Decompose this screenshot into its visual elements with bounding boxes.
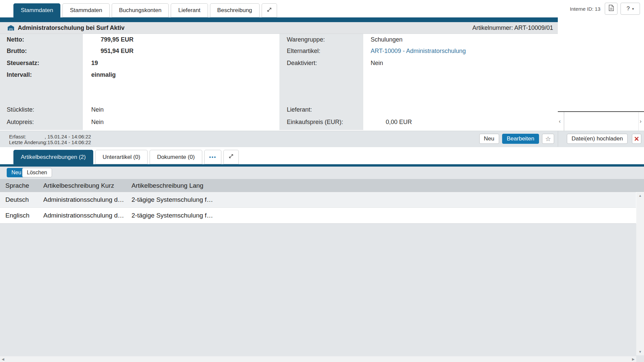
modified-value: , 15.01.24 - 14:06:22 [45,139,91,145]
field-label: Elternartikel: [287,48,320,55]
edit-button[interactable]: Bearbeiten [502,134,539,144]
field-value: Schulungen [371,36,402,43]
parent-article-link[interactable]: ART-10009 - Administratorschulung [371,48,466,55]
horizontal-scrollbar[interactable]: ◀ ▶ [0,356,636,362]
column-header-sprache[interactable]: Sprache [5,182,29,189]
tab-unterartikel[interactable]: Unterartikel (0) [95,150,148,164]
tab-stammdaten[interactable]: Stammdaten [62,3,109,17]
tab-lieferant[interactable]: Lieferant [171,3,208,17]
field-einkaufspreis: Einkaufspreis (EUR): 0,00 EUR [0,116,558,128]
ellipsis-icon: ••• [209,154,217,160]
field-elternartikel: Elternartikel: ART-10009 - Administrator… [0,45,558,57]
field-value: 0,00 EUR [371,119,412,126]
upload-files-button[interactable]: Datei(en) hochladen [567,134,628,144]
window-controls: Interne ID: 13 ? ▾ [570,3,640,15]
tab-dokumente[interactable]: Dokumente (0) [150,150,202,164]
field-deaktiviert: Deaktiviert: Nein [0,57,558,69]
expand-tabbar-button[interactable] [262,3,277,17]
field-value: Nein [371,60,383,67]
record-title: Administratorschulung bei Surf Aktiv [18,24,124,32]
interne-id-label: Interne ID: 13 [570,6,600,12]
table-empty-area [0,224,636,356]
detail-accent-bar [0,164,644,167]
footer-divider [558,131,558,147]
record-header: Administratorschulung bei Surf Aktiv Art… [0,22,558,34]
field-label: Lieferant: [287,106,312,113]
table-row[interactable]: Englisch Administrationsschulung d… 2-tä… [0,208,636,224]
tab-artikelbeschreibungen[interactable]: Artikelbeschreibungen (2) [13,150,93,164]
cell-kurz: Administrationsschulung d… [43,196,124,203]
created-value: , 15.01.24 - 14:06:22 [45,134,91,139]
chevron-left-icon[interactable]: ‹ [559,118,561,125]
field-intervall: Intervall: einmalig [0,69,279,81]
scroll-up-icon[interactable]: ▲ [639,194,642,197]
close-action: ✕ [632,134,641,144]
warehouse-icon [7,25,14,31]
scroll-down-icon[interactable]: ▼ [639,350,642,354]
main-tab-bar: Stammdaten Stammdaten Buchungskonten Lie… [13,3,277,17]
expand-detail-button[interactable] [223,150,239,164]
help-dropdown-button[interactable]: ? ▾ [621,3,640,15]
record-actions: Neu Bearbeiten ☆ [479,134,554,144]
close-button[interactable]: ✕ [632,134,641,144]
field-warengruppe: Warengruppe: Schulungen [0,34,558,46]
table-header: Sprache Artikelbeschreibung Kurz Artikel… [0,179,644,192]
scroll-right-icon[interactable]: ▶ [632,358,635,361]
cell-lang: 2-tägige Systemschulung f… [131,196,213,203]
diagonal-resize-icon [267,7,272,14]
upload-actions: Datei(en) hochladen [567,134,628,144]
scrollbar-corner [636,355,644,362]
tab-beschreibung[interactable]: Beschreibung [210,3,260,17]
cell-sprache: Englisch [5,212,30,219]
chevron-down-icon: ▾ [632,7,634,11]
field-label: Warengruppe: [287,36,325,43]
article-number: Artikelnummer: ART-10009/01 [472,24,553,32]
vertical-scrollbar[interactable]: ▲ ▼ [636,192,644,355]
field-label: Deaktiviert: [287,60,317,67]
modified-label: Letzte Änderung: [9,139,47,145]
cell-kurz: Administrationsschulung d… [43,212,124,219]
delete-description-button[interactable]: Löschen [22,168,52,177]
new-record-button[interactable]: Neu [479,134,499,144]
detail-tab-bar: Artikelbeschreibungen (2) Unterartikel (… [13,150,239,164]
tab-stammdaten-active[interactable]: Stammdaten [13,3,60,17]
table-toolbar: Neu Löschen [0,167,644,179]
cell-sprache: Deutsch [5,196,29,203]
diagonal-resize-icon [228,154,234,161]
document-button[interactable] [605,3,618,15]
document-icon [609,5,614,13]
app-window: Stammdaten Stammdaten Buchungskonten Lie… [0,0,644,362]
field-label: Einkaufspreis (EUR): [287,119,343,126]
created-label: Erfasst: [9,134,26,139]
column-header-kurz[interactable]: Artikelbeschreibung Kurz [43,182,114,189]
field-label: Intervall: [7,71,32,78]
field-lieferant: Lieferant: [0,104,558,116]
help-label: ? [627,5,630,12]
top-accent-bar [0,17,558,22]
chevron-right-icon[interactable]: › [640,118,642,125]
scroll-left-icon[interactable]: ◀ [2,358,4,361]
star-icon: ☆ [545,135,551,143]
close-icon: ✕ [634,135,639,143]
table-row[interactable]: Deutsch Administrationsschulung d… 2-täg… [0,192,636,208]
tab-buchungskonten[interactable]: Buchungskonten [112,3,169,17]
favorite-button[interactable]: ☆ [542,134,554,144]
more-tabs-button[interactable]: ••• [204,150,222,164]
cell-lang: 2-tägige Systemschulung f… [131,212,213,219]
field-value: einmalig [91,71,116,78]
image-carousel-area[interactable] [564,112,639,131]
column-header-lang[interactable]: Artikelbeschreibung Lang [131,182,203,189]
